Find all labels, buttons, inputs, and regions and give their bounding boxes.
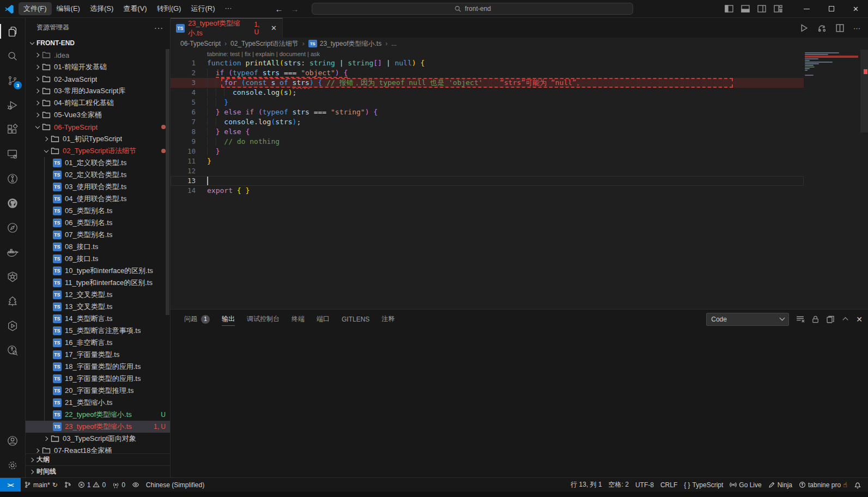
tree-folder-item[interactable]: 01_初识TypeScript (26, 133, 170, 145)
minimap[interactable] (804, 50, 860, 309)
code-line[interactable]: 3 for (const s of strs) { // 报错，因为 typeo… (171, 78, 804, 88)
line-number[interactable]: 1 (171, 58, 196, 68)
settings-button[interactable] (0, 453, 25, 477)
lock-icon[interactable] (811, 315, 820, 324)
workspace-root-folder[interactable]: FRONT-END (26, 37, 170, 49)
indentation-item[interactable]: 空格: 2 (605, 478, 632, 492)
tree-file-item[interactable]: TS05_类型别名.ts (26, 205, 170, 217)
line-number[interactable]: 12 (171, 166, 196, 176)
tree-file-item[interactable]: TS18_字面量类型的应用.ts (26, 361, 170, 373)
problems-item[interactable]: 1 0 (75, 478, 109, 492)
breadcrumb-item[interactable]: TS23_typeof类型缩小.ts (308, 39, 381, 49)
close-window-button[interactable]: ✕ (843, 0, 868, 18)
panel-tab[interactable]: 输出 (218, 310, 239, 329)
tree-file-item[interactable]: TS09_接口.ts (26, 253, 170, 265)
activity-gitlens-inspect[interactable] (0, 338, 25, 362)
command-center-search[interactable]: front-end (312, 3, 633, 15)
nav-forward-icon[interactable]: → (290, 4, 299, 14)
line-number[interactable]: 9 (171, 137, 196, 147)
tree-file-item[interactable]: TS19_字面量类型的应用.ts (26, 373, 170, 385)
activity-source-control[interactable]: 3 (0, 68, 25, 93)
tree-folder-item[interactable]: 07-React18全家桶 (26, 445, 170, 453)
menu-item[interactable]: 选择(S) (85, 2, 118, 15)
output-channel-select[interactable]: Code (706, 313, 789, 326)
activity-github[interactable] (0, 191, 25, 215)
code-line[interactable]: 1function printAll(strs: string | string… (171, 58, 804, 68)
code-line[interactable]: 6 } else if (typeof strs === "string") { (171, 107, 804, 117)
activity-gitlens[interactable] (0, 166, 25, 191)
tree-folder-item[interactable]: 04-前端工程化基础 (26, 97, 170, 109)
cursor-position-item[interactable]: 行 13, 列 1 (567, 478, 605, 492)
nav-back-icon[interactable]: ← (275, 4, 283, 14)
panel-tab[interactable]: 终端 (288, 310, 308, 329)
tree-folder-item[interactable]: 03-常用的JavaScript库 (26, 85, 170, 97)
git-branch-item[interactable]: main* ↻ (21, 478, 61, 492)
outline-section[interactable]: 大纲 (26, 453, 170, 465)
line-number[interactable]: 5 (171, 98, 196, 107)
tree-file-item[interactable]: TS11_type和interface的区别.ts (26, 277, 170, 289)
code-editor[interactable]: tabnine: test | fix | explain | document… (171, 50, 868, 309)
panel-tab[interactable]: 注释 (378, 310, 398, 329)
go-live-item[interactable]: Go Live (726, 478, 764, 492)
tree-folder-item[interactable]: 06-TypeScript (26, 121, 170, 133)
code-line[interactable]: 5 } (171, 98, 804, 107)
tree-file-item[interactable]: TS12_交叉类型.ts (26, 289, 170, 301)
ninja-item[interactable]: Ninja (765, 478, 796, 492)
tree-folder-item[interactable]: 05-Vue3全家桶 (26, 109, 170, 121)
line-number[interactable]: 6 (171, 107, 196, 117)
activity-testing[interactable] (0, 289, 25, 313)
language-mode-item[interactable]: { } TypeScript (681, 478, 726, 492)
toggle-panel-icon[interactable] (741, 4, 750, 13)
code-line[interactable]: 7 console.log(strs); (171, 117, 804, 127)
tree-folder-item[interactable]: 02_TypeScript语法细节 (26, 145, 170, 157)
accounts-button[interactable] (0, 428, 25, 453)
encoding-item[interactable]: UTF-8 (632, 478, 657, 492)
menu-item[interactable]: 编辑(E) (52, 2, 85, 15)
screencast-item[interactable] (129, 478, 143, 492)
sidebar-scrollbar[interactable] (166, 49, 169, 315)
open-in-editor-icon[interactable] (826, 315, 835, 324)
close-panel-icon[interactable]: ✕ (856, 315, 863, 324)
broadcast-count-item[interactable]: 0 (109, 478, 129, 492)
scrollbar-thumb[interactable] (860, 50, 868, 132)
line-number[interactable]: 14 (171, 186, 196, 196)
activity-explorer[interactable] (0, 19, 25, 44)
activity-hexagon-play[interactable] (0, 313, 25, 338)
tree-file-item[interactable]: TS04_使用联合类型.ts (26, 193, 170, 205)
tree-file-item[interactable]: TS06_类型别名.ts (26, 217, 170, 229)
explorer-more-actions[interactable]: ··· (154, 23, 163, 32)
line-number[interactable]: 7 (171, 117, 196, 127)
tree-file-item[interactable]: TS21_类型缩小.ts (26, 397, 170, 409)
menu-item[interactable]: ··· (220, 2, 236, 15)
breadcrumb-item[interactable]: 02_TypeScript语法细节 (230, 39, 299, 49)
tree-folder-item[interactable]: 03_TypeScript面向对象 (26, 433, 170, 445)
tree-file-item[interactable]: TS17_字面量类型.ts (26, 349, 170, 361)
split-editor-button[interactable] (835, 23, 845, 33)
menu-item[interactable]: 运行(R) (186, 2, 220, 15)
tree-file-item[interactable]: TS16_非空断言.ts (26, 337, 170, 349)
git-graph-item[interactable] (61, 478, 75, 492)
code-line[interactable]: 14export { } (171, 186, 804, 196)
editor-scrollbar[interactable] (860, 50, 868, 309)
tree-file-item[interactable]: TS14_类型断言.ts (26, 313, 170, 325)
code-line[interactable]: 13 (171, 176, 804, 186)
tree-file-item[interactable]: TS07_类型别名.ts (26, 229, 170, 241)
code-line[interactable]: 11} (171, 156, 804, 166)
minimize-button[interactable] (794, 0, 819, 18)
line-number[interactable]: 10 (171, 147, 196, 156)
code-line[interactable]: 10 } (171, 147, 804, 156)
line-number[interactable]: 11 (171, 156, 196, 166)
menu-item[interactable]: 转到(G) (152, 2, 186, 15)
output-panel-body[interactable] (171, 329, 868, 477)
tree-file-item[interactable]: TS10_type和interface的区别.ts (26, 265, 170, 277)
activity-docker[interactable] (0, 240, 25, 264)
tree-folder-item[interactable]: 01-前端开发基础 (26, 61, 170, 73)
activity-kubernetes[interactable] (0, 264, 25, 289)
code-line[interactable]: 8 } else { (171, 127, 804, 137)
run-or-debug-button[interactable] (817, 23, 827, 33)
tree-file-item[interactable]: TS23_typeof类型缩小.ts1, U (26, 421, 170, 433)
maximize-panel-icon[interactable] (841, 315, 849, 323)
line-number[interactable]: 2 (171, 68, 196, 78)
tree-folder-item[interactable]: 02-JavaScript (26, 73, 170, 85)
tree-file-item[interactable]: TS22_typeof类型缩小.tsU (26, 409, 170, 421)
